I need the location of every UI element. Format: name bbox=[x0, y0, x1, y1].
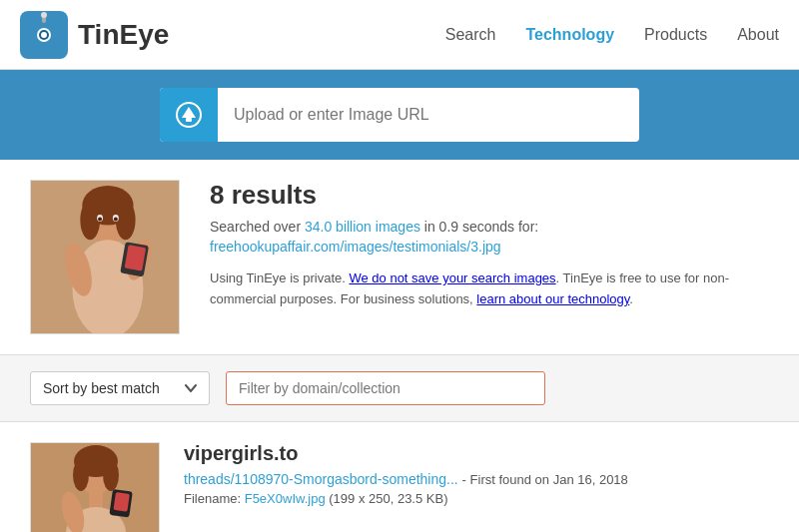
result-details: vipergirls.to threads/1108970-Smorgasbor… bbox=[184, 442, 769, 506]
privacy-end: . bbox=[629, 291, 633, 306]
result-link-row: threads/1108970-Smorgasbord-something...… bbox=[184, 471, 769, 487]
header: TinEye Search Technology Products About bbox=[0, 0, 799, 70]
svg-point-31 bbox=[73, 459, 89, 491]
result-found-date: - First found on Jan 16, 2018 bbox=[462, 472, 628, 487]
search-bar-area bbox=[0, 70, 799, 160]
tineye-logo-icon bbox=[20, 11, 68, 59]
logo-area: TinEye bbox=[20, 11, 169, 59]
result-link[interactable]: threads/1108970-Smorgasbord-something... bbox=[184, 471, 458, 487]
chevron-down-icon bbox=[185, 384, 197, 392]
filename-meta: (199 x 250, 23.5 KB) bbox=[326, 491, 448, 506]
svg-rect-37 bbox=[113, 492, 129, 512]
query-image bbox=[30, 180, 180, 334]
upload-icon bbox=[176, 102, 202, 128]
nav-technology[interactable]: Technology bbox=[525, 26, 614, 44]
svg-marker-9 bbox=[182, 107, 196, 118]
svg-point-32 bbox=[103, 459, 119, 491]
nav-about[interactable]: About bbox=[737, 26, 779, 44]
controls-area: Sort by best match bbox=[0, 355, 799, 422]
sort-label: Sort by best match bbox=[43, 380, 160, 396]
nav-products[interactable]: Products bbox=[644, 26, 707, 44]
results-header: 8 results Searched over 34.0 billion ima… bbox=[30, 180, 769, 334]
svg-point-25 bbox=[98, 218, 102, 222]
result-thumb-svg bbox=[31, 443, 160, 532]
nav-search[interactable]: Search bbox=[445, 26, 496, 44]
filter-input[interactable] bbox=[226, 371, 545, 405]
billion-images-link[interactable]: 34.0 billion images bbox=[305, 219, 420, 235]
logo-text: TinEye bbox=[78, 19, 169, 51]
svg-point-15 bbox=[80, 201, 100, 240]
search-box bbox=[160, 88, 639, 142]
svg-rect-10 bbox=[186, 118, 192, 122]
meta-suffix: in 0.9 seconds for: bbox=[420, 219, 538, 235]
results-info: 8 results Searched over 34.0 billion ima… bbox=[210, 180, 769, 310]
svg-point-5 bbox=[41, 32, 47, 38]
privacy-link2[interactable]: learn about our technology bbox=[476, 291, 629, 306]
result-domain: vipergirls.to bbox=[184, 442, 769, 465]
source-url-link[interactable]: freehookupaffair.com/images/testimonials… bbox=[210, 239, 769, 255]
privacy-note: Using TinEye is private. We do not save … bbox=[210, 268, 769, 310]
svg-point-7 bbox=[41, 12, 47, 18]
privacy-line1: Using TinEye is private. bbox=[210, 270, 349, 285]
result-item: vipergirls.to threads/1108970-Smorgasbor… bbox=[0, 422, 799, 532]
upload-button[interactable] bbox=[160, 88, 218, 142]
filename-label: Filename: bbox=[184, 491, 245, 506]
search-input[interactable] bbox=[218, 92, 639, 138]
svg-point-16 bbox=[116, 201, 136, 240]
svg-rect-33 bbox=[89, 493, 103, 509]
results-area: 8 results Searched over 34.0 billion ima… bbox=[0, 160, 799, 355]
results-meta: Searched over 34.0 billion images in 0.9… bbox=[210, 219, 769, 235]
query-image-placeholder bbox=[31, 181, 179, 333]
query-image-svg bbox=[31, 180, 179, 334]
sort-dropdown[interactable]: Sort by best match bbox=[30, 371, 210, 405]
meta-prefix: Searched over bbox=[210, 219, 305, 235]
main-nav: Search Technology Products About bbox=[445, 26, 779, 44]
filename-link[interactable]: F5eX0wIw.jpg bbox=[245, 491, 326, 506]
privacy-link1[interactable]: We do not save your search images bbox=[349, 270, 555, 285]
result-thumb-image bbox=[31, 443, 159, 532]
result-thumbnail bbox=[30, 442, 160, 532]
results-count: 8 results bbox=[210, 180, 769, 211]
svg-point-26 bbox=[114, 218, 118, 222]
result-filename-row: Filename: F5eX0wIw.jpg (199 x 250, 23.5 … bbox=[184, 491, 769, 506]
